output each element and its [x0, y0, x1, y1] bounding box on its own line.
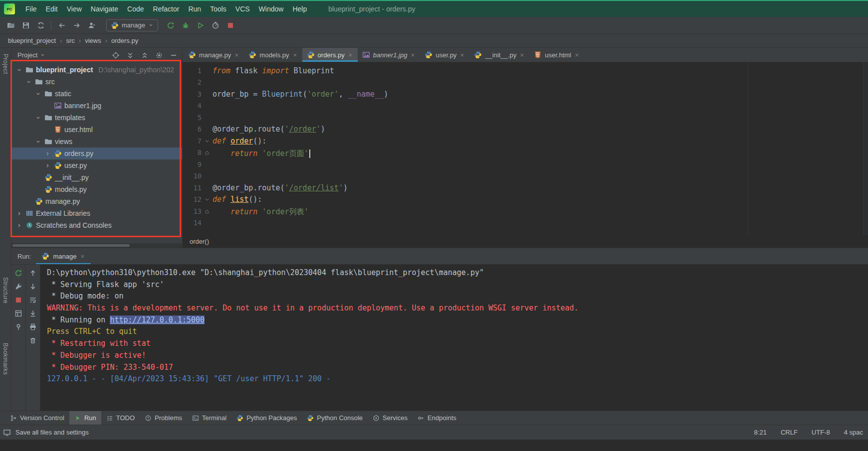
toolwindow-problems[interactable]: Problems	[140, 411, 187, 425]
menu-run[interactable]: Run	[184, 2, 206, 16]
tree-item-src[interactable]: src	[11, 76, 182, 88]
close-icon[interactable]	[574, 52, 580, 58]
chevron-down-icon[interactable]	[34, 139, 42, 145]
chevron-down-icon[interactable]	[34, 91, 42, 97]
toolwindow-terminal[interactable]: Terminal	[187, 411, 231, 425]
open-button[interactable]	[4, 19, 17, 32]
stripe-bookmarks[interactable]: Bookmarks	[2, 343, 9, 375]
close-icon[interactable]	[80, 254, 85, 259]
chevron-right-icon[interactable]	[15, 210, 23, 217]
menu-view[interactable]: View	[62, 2, 86, 16]
menu-edit[interactable]: Edit	[41, 2, 62, 16]
status-4-spac[interactable]: 4 spac	[844, 429, 863, 436]
tree-item-static[interactable]: static	[11, 88, 182, 100]
coverage-button[interactable]	[194, 19, 208, 32]
tree-item-views[interactable]: views	[11, 136, 182, 148]
sync-button[interactable]	[34, 19, 47, 32]
rerun-button[interactable]	[164, 19, 178, 32]
menu-refactor[interactable]: Refactor	[149, 2, 184, 16]
hide-button[interactable]	[169, 51, 178, 60]
menu-code[interactable]: Code	[123, 2, 148, 16]
fold-top-icon[interactable]	[202, 138, 213, 144]
down-button[interactable]	[27, 282, 38, 291]
tree-item-init-py[interactable]: __init__.py	[11, 171, 182, 183]
chevron-right-icon[interactable]	[15, 222, 23, 229]
close-icon[interactable]	[410, 52, 416, 58]
user-button[interactable]	[85, 19, 98, 32]
status-utf-8[interactable]: UTF-8	[812, 429, 830, 436]
editor-breadcrumb[interactable]: order()	[183, 235, 868, 248]
soft-wrap-button[interactable]	[27, 296, 38, 304]
tree-item-manage-py[interactable]: manage.py	[11, 195, 182, 207]
toolwindow-services[interactable]: Services	[368, 411, 413, 425]
editor-scrollbar[interactable]	[863, 62, 868, 235]
chevron-down-icon[interactable]	[34, 115, 42, 121]
status-8-21[interactable]: 8:21	[754, 429, 767, 436]
tree-item-user-py[interactable]: user.py	[11, 159, 182, 171]
breadcrumb-blueprint-project[interactable]: blueprint_project	[7, 37, 57, 44]
gear-button[interactable]	[155, 51, 164, 60]
status-crlf[interactable]: CRLF	[781, 429, 798, 436]
tree-item-external-libraries[interactable]: External Libraries	[11, 207, 182, 219]
editor-tab-models-py[interactable]: models.py	[244, 48, 302, 62]
editor-tab-init-py[interactable]: __init__.py	[469, 48, 529, 62]
chevron-down-icon[interactable]	[15, 67, 23, 73]
save-button[interactable]	[19, 19, 32, 32]
close-icon[interactable]	[519, 52, 525, 58]
close-icon[interactable]	[459, 52, 465, 58]
forward-button[interactable]	[70, 19, 83, 32]
toolwindow-python-packages[interactable]: Python Packages	[231, 411, 302, 425]
tree-item-orders-py[interactable]: orders.py	[11, 148, 182, 159]
menu-tools[interactable]: Tools	[206, 2, 231, 16]
back-button[interactable]	[55, 19, 68, 32]
chevron-down-icon[interactable]	[25, 79, 32, 85]
code-editor[interactable]: 1from flask import Blueprint23order_bp =…	[183, 62, 868, 235]
fold-bottom-icon[interactable]	[202, 150, 213, 155]
tree-item-banner1-jpg[interactable]: banner1.jpg	[11, 100, 182, 112]
expand-all-button[interactable]	[126, 51, 135, 60]
debug-button[interactable]	[179, 19, 193, 32]
menu-file[interactable]: File	[21, 2, 41, 16]
breadcrumb-src[interactable]: src	[65, 37, 75, 44]
pin-button[interactable]	[13, 322, 24, 331]
chevron-right-icon[interactable]	[44, 162, 51, 169]
project-panel-scrollbar[interactable]	[11, 243, 182, 248]
restore-layout-button[interactable]	[13, 309, 24, 317]
menu-window[interactable]: Window	[254, 2, 288, 16]
run-tab-manage[interactable]: manage	[36, 248, 91, 264]
tree-item-blueprint-project[interactable]: blueprint_projectD:\shanghai_python\202	[11, 64, 182, 76]
run-configuration-select[interactable]: manage	[106, 19, 158, 31]
console-link[interactable]: http://127.0.0.1:5000	[110, 315, 205, 324]
select-opened-file-button[interactable]	[111, 51, 120, 60]
stop-button[interactable]	[224, 19, 237, 32]
run-console[interactable]: D:\python\python310\python310.exe "D:\sh…	[40, 265, 868, 411]
editor-tab-user-py[interactable]: user.py	[420, 48, 469, 62]
close-icon[interactable]	[234, 52, 239, 58]
breadcrumb-orders-py[interactable]: orders.py	[110, 37, 139, 44]
toolwindow-version-control[interactable]: Version Control	[5, 411, 69, 425]
toolwindow-run[interactable]: Run	[69, 411, 101, 425]
up-button[interactable]	[27, 269, 38, 277]
tree-item-templates[interactable]: templates	[11, 112, 182, 124]
menu-help[interactable]: Help	[288, 2, 311, 16]
collapse-all-button[interactable]	[140, 51, 149, 60]
editor-tab-user-html[interactable]: user.html	[529, 48, 584, 62]
fold-bottom-icon[interactable]	[202, 208, 213, 214]
scroll-end-button[interactable]	[27, 309, 38, 317]
breadcrumb-views[interactable]: views	[84, 37, 102, 44]
rerun-button[interactable]	[13, 269, 24, 277]
project-panel-title[interactable]: Project	[17, 51, 45, 59]
wrench-button[interactable]	[13, 282, 24, 291]
stripe-project[interactable]: Project	[2, 54, 9, 74]
clear-button[interactable]	[27, 336, 38, 344]
fold-top-icon[interactable]	[202, 196, 213, 202]
chevron-right-icon[interactable]	[44, 150, 51, 157]
menu-navigate[interactable]: Navigate	[86, 2, 123, 16]
toolwindow-endpoints[interactable]: Endpoints	[413, 411, 461, 425]
editor-tab-banner1-jpg[interactable]: banner1.jpg	[358, 48, 421, 62]
close-icon[interactable]	[348, 52, 353, 58]
tree-item-scratches-and-consoles[interactable]: Scratches and Consoles	[11, 219, 182, 231]
close-icon[interactable]	[292, 52, 298, 58]
scrollbar-thumb[interactable]	[12, 244, 130, 247]
toolwindow-python-console[interactable]: Python Console	[302, 411, 368, 425]
